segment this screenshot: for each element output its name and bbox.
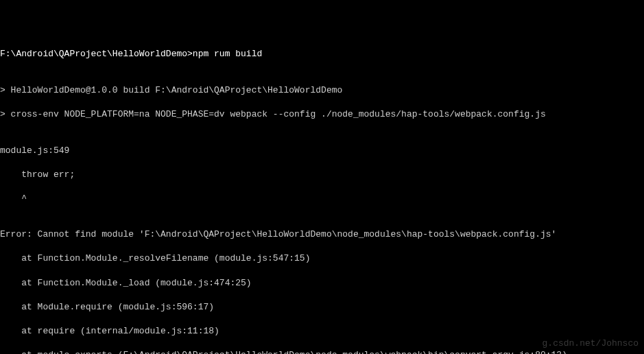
stack-line: at Module.require (module.js:596:17) — [0, 301, 644, 314]
script-command: > cross-env NODE_PLATFORM=na NODE_PHASE=… — [0, 108, 644, 121]
stack-line: at Function.Module._resolveFilename (mod… — [0, 252, 644, 265]
throw-line: throw err; — [0, 169, 644, 181]
stack-line: at require (internal/module.js:11:18) — [0, 325, 644, 338]
module-line: module.js:549 — [0, 145, 644, 157]
error-message: Error: Cannot find module 'F:\Android\QA… — [0, 228, 644, 241]
stack-line: at Function.Module._load (module.js:474:… — [0, 277, 644, 290]
script-header: > HelloWorldDemo@1.0.0 build F:\Android\… — [0, 84, 644, 97]
watermark: g.csdn.net/Johnsco — [542, 338, 639, 350]
command-prompt: F:\Android\QAProject\HelloWorldDemo>npm … — [0, 48, 644, 60]
caret-line: ^ — [0, 193, 644, 205]
